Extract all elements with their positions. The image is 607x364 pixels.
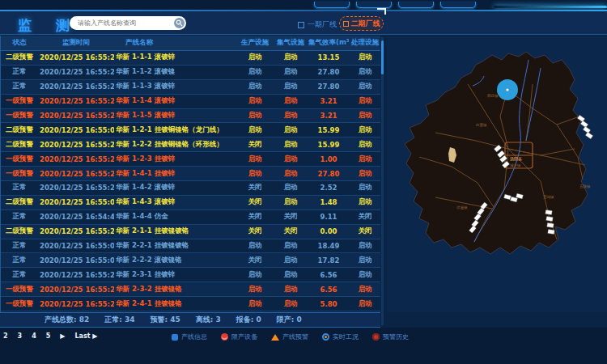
cell-time: 2020/12/25 16:55:24 — [38, 286, 114, 294]
enterprise-marker-icon[interactable] — [546, 216, 554, 221]
page-button[interactable]: 5 — [46, 332, 51, 340]
enterprise-marker-icon[interactable] — [547, 222, 554, 227]
table-row[interactable]: 一级预警2020/12/25 16:55:24华新 1-1-5 滚镀锌启动启动3… — [1, 109, 380, 124]
cell-time: 2020/12/25 16:55:24 — [38, 227, 114, 235]
legend-label: 限产设备 — [231, 332, 257, 341]
cell-time: 2020/12/25 16:55:04 — [38, 126, 114, 134]
cell-name: 华新 1-1-4 滚镀锌 — [114, 96, 237, 106]
table-row[interactable]: 二级预警2020/12/25 16:55:04华新 1-4-3 滚镀锌关闭启动1… — [1, 196, 380, 210]
corner-bracket-ornament — [377, 8, 386, 15]
cell-eff: 27.80 — [308, 68, 349, 76]
column-header: 集气效率(m³/s) — [308, 38, 349, 48]
cell-time: 2020/12/25 16:55:24 — [38, 170, 114, 178]
cell-time: 2020/12/25 16:55:04 — [38, 256, 114, 265]
checkbox-icon[interactable] — [343, 21, 349, 27]
cell-time: 2020/12/25 16:55:24 — [38, 300, 114, 308]
cell-status: 正常 — [1, 67, 38, 77]
enterprise-marker-icon[interactable] — [545, 210, 553, 214]
table-row[interactable]: 正常2020/12/25 16:55:24华新 2-3-1 挂镀锌启动启动6.5… — [1, 268, 380, 282]
cell-eff: 13.15 — [308, 53, 349, 61]
cell-eff: 3.21 — [308, 112, 349, 120]
table-row[interactable]: 一级预警2020/12/25 16:55:24华新 1-1-4 滚镀锌启动启动3… — [1, 95, 380, 109]
table-row[interactable]: 一级预警2020/12/25 16:55:24华新 2-4-1 挂镀镍铬启动启动… — [1, 297, 380, 311]
phase1-line-checkbox[interactable]: 一期厂线 — [298, 19, 337, 30]
legend-label: 实时工况 — [333, 332, 359, 341]
cell-gas: 启动 — [273, 285, 308, 294]
enterprise-marker-icon[interactable] — [585, 132, 592, 139]
table-row[interactable]: 二级预警2020/12/25 16:55:04华新 1-2-1 挂镀铜镍铬（龙门… — [1, 123, 380, 138]
phase2-line-button[interactable]: 二期厂线 — [339, 16, 384, 31]
legend-实时工况[interactable]: 实时工况 — [322, 332, 359, 341]
legend-预警历史[interactable]: 预警历史 — [372, 332, 409, 341]
cell-time: 2020/12/25 16:55:24 — [38, 68, 114, 76]
legend-限产设备[interactable]: 限产设备 — [221, 332, 257, 341]
table-row[interactable]: 正常2020/12/25 16:55:24华新 1-1-2 滚镀镍启动启动27.… — [1, 66, 380, 80]
county-boundary — [405, 52, 588, 254]
cell-name: 华新 1-2-3 挂镀锌 — [114, 154, 237, 164]
cell-eff: 17.82 — [308, 256, 349, 265]
cell-status: 一级预警 — [1, 96, 38, 106]
place-label: 伏道镇 — [456, 205, 468, 210]
legend-产线信息[interactable]: 产线信息 — [172, 332, 207, 341]
table-row[interactable]: 一级预警2020/12/25 16:55:24华新 2-3-2 挂镀镍铬启动启动… — [1, 282, 380, 297]
checkbox-icon[interactable] — [298, 22, 304, 28]
cell-name: 华新 1-1-5 滚镀锌 — [114, 111, 237, 121]
table-row[interactable]: 二级预警2020/12/25 16:55:24华新 1-2-2 挂镀铜镍铬（环形… — [1, 138, 380, 152]
cell-time: 2020/12/25 16:55:24 — [38, 141, 114, 149]
table-row[interactable]: 二级预警2020/12/25 16:55:24华新 2-1-1 挂镀镍镀铬关闭关… — [1, 225, 380, 239]
table-row[interactable]: 二级预警2020/12/25 16:55:24华新 1-1-1 滚镀锌启动启动1… — [1, 51, 380, 66]
table-row[interactable]: 正常2020/12/25 16:54:44华新 1-4-4 仿金关闭关闭9.11… — [1, 210, 380, 225]
page-button[interactable]: 4 — [32, 332, 36, 340]
cell-gas: 启动 — [273, 299, 308, 309]
cell-status: 正常 — [1, 82, 38, 91]
page-button[interactable]: ▶ — [60, 332, 65, 340]
cell-treat: 启动 — [349, 82, 380, 91]
page-button[interactable]: 2 — [3, 332, 8, 340]
cell-name: 华新 2-1-1 挂镀镍镀铬 — [114, 226, 237, 236]
page-button[interactable]: 3 — [18, 332, 23, 340]
cell-time: 2020/12/25 16:55:24 — [38, 53, 114, 61]
search-icon[interactable] — [174, 18, 185, 28]
header-ornament — [398, 2, 434, 8]
cell-name: 华新 1-1-3 滚镀锌 — [114, 82, 237, 91]
cell-eff: 5.80 — [308, 300, 349, 308]
enterprise-marker-icon[interactable] — [583, 126, 590, 133]
page-button[interactable]: Last ▶ — [74, 332, 97, 340]
scrollbar-thumb[interactable] — [381, 40, 384, 74]
column-header: 处理设施 — [349, 38, 381, 48]
cell-status: 二级预警 — [1, 140, 38, 150]
stat-正常: 正常: 34 — [104, 315, 134, 325]
cell-name: 华新 1-2-2 挂镀铜镍铬（环形线） — [114, 140, 237, 150]
legend-产线预警[interactable]: 产线预警 — [271, 332, 308, 341]
cell-treat: 启动 — [349, 140, 380, 150]
cell-status: 二级预警 — [1, 125, 38, 135]
table-row[interactable]: 一级预警2020/12/25 16:55:24华新 1-4-1 挂镀锌启动启动2… — [1, 167, 380, 181]
pagination: 2345▶Last ▶ — [3, 332, 98, 340]
phase1-label: 一期厂线 — [308, 19, 337, 30]
search-input[interactable] — [70, 19, 174, 27]
cell-name: 华新 1-1-2 滚镀镍 — [114, 67, 237, 77]
legend-label: 预警历史 — [383, 332, 409, 341]
cell-name: 华新 1-2-1 挂镀铜镍铬（龙门线） — [114, 125, 237, 135]
cell-status: 二级预警 — [1, 197, 38, 207]
cell-eff: 15.99 — [308, 141, 349, 149]
enterprise-marker-icon[interactable] — [548, 229, 555, 234]
table-row[interactable]: 正常2020/12/25 16:55:24华新 1-1-3 滚镀锌启动启动27.… — [1, 80, 380, 95]
table-scrollbar[interactable] — [381, 37, 384, 325]
table-row[interactable]: 正常2020/12/25 16:55:24华新 1-4-2 滚镀锌关闭启动2.5… — [1, 181, 380, 196]
cell-treat: 启动 — [349, 285, 380, 294]
table-row[interactable]: 正常2020/12/25 16:55:04华新 2-2-1 挂镀镍镀铬启动启动1… — [1, 239, 380, 254]
cell-eff: 9.11 — [308, 213, 349, 221]
cell-status: 一级预警 — [1, 299, 38, 309]
enterprise-marker-icon[interactable] — [580, 121, 588, 128]
cell-status: 一级预警 — [1, 169, 38, 179]
cell-status: 二级预警 — [1, 53, 38, 62]
cell-gas: 关闭 — [273, 226, 308, 236]
column-header: 产线名称 — [114, 38, 237, 48]
cell-status: 一级预警 — [1, 111, 38, 121]
cell-treat: 关闭 — [349, 212, 380, 222]
cell-prod: 启动 — [237, 53, 273, 62]
table-row[interactable]: 正常2020/12/25 16:55:04华新 2-2-2 滚镀镍铬关闭启动17… — [1, 253, 380, 268]
header-ornament — [314, 2, 350, 8]
table-row[interactable]: 一级预警2020/12/25 16:55:24华新 1-2-3 挂镀锌启动启动1… — [1, 152, 380, 167]
